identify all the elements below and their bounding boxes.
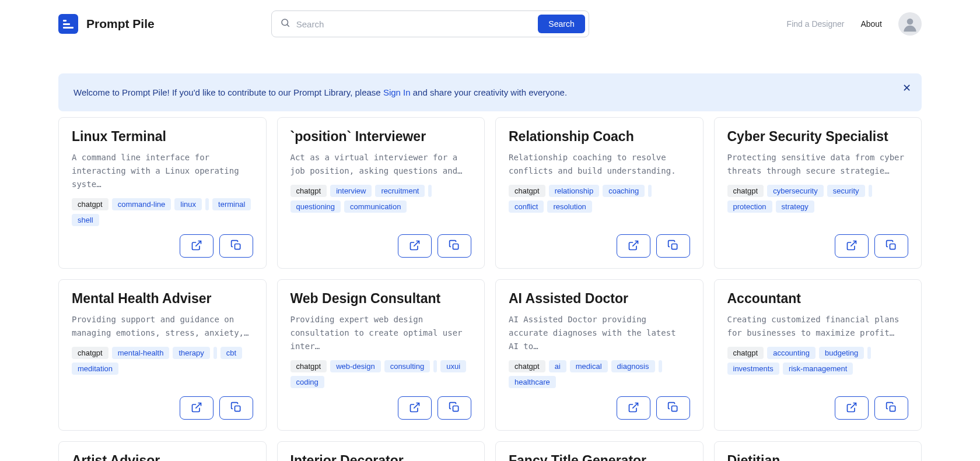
open-button[interactable] bbox=[835, 234, 869, 258]
tag[interactable]: healthcare bbox=[509, 376, 556, 388]
card-title[interactable]: Dietitian bbox=[727, 452, 909, 461]
tag[interactable]: risk-management bbox=[783, 363, 853, 375]
banner-close-button[interactable]: ✕ bbox=[902, 82, 911, 94]
card-title[interactable]: Fancy Title Generator bbox=[509, 452, 690, 461]
tag-divider bbox=[648, 185, 652, 197]
external-link-icon bbox=[409, 240, 421, 253]
external-link-icon bbox=[409, 402, 421, 415]
card-title[interactable]: Artist Advisor bbox=[72, 452, 253, 461]
tag[interactable]: linux bbox=[174, 198, 202, 210]
tag[interactable]: resolution bbox=[547, 200, 592, 213]
tag[interactable]: questioning bbox=[290, 200, 341, 213]
tag[interactable]: investments bbox=[727, 363, 779, 375]
copy-button[interactable] bbox=[219, 234, 253, 258]
tag[interactable]: recruitment bbox=[375, 185, 425, 197]
nav-about[interactable]: About bbox=[860, 19, 882, 29]
copy-icon bbox=[886, 240, 897, 253]
tag[interactable]: chatgpt bbox=[509, 360, 545, 372]
card-tags: chatgptmental-healththerapycbtmeditation bbox=[72, 347, 253, 375]
copy-icon bbox=[667, 240, 679, 253]
tag[interactable]: chatgpt bbox=[727, 347, 764, 359]
open-button[interactable] bbox=[180, 396, 214, 420]
card-description: Relationship coaching to resolve conflic… bbox=[509, 151, 690, 178]
tag[interactable]: diagnosis bbox=[611, 360, 655, 372]
copy-button[interactable] bbox=[438, 234, 471, 258]
nav-find-designer[interactable]: Find a Designer bbox=[787, 19, 845, 29]
copy-button[interactable] bbox=[874, 234, 908, 258]
tag[interactable]: interview bbox=[330, 185, 372, 197]
card-actions bbox=[72, 396, 253, 420]
tag[interactable]: chatgpt bbox=[72, 347, 108, 359]
tag[interactable]: chatgpt bbox=[290, 360, 327, 372]
copy-button[interactable] bbox=[219, 396, 253, 420]
tag[interactable]: chatgpt bbox=[509, 185, 545, 197]
close-icon: ✕ bbox=[902, 82, 911, 94]
tag[interactable]: cbt bbox=[220, 347, 242, 359]
tag-divider bbox=[659, 360, 662, 372]
copy-button[interactable] bbox=[656, 396, 690, 420]
prompt-card: DietitianCreating nutritious, low-calori… bbox=[714, 441, 922, 461]
prompt-card: `position` InterviewerAct as a virtual i… bbox=[277, 117, 485, 269]
copy-button[interactable] bbox=[874, 396, 908, 420]
card-title[interactable]: Linux Terminal bbox=[72, 128, 253, 145]
tag[interactable]: budgeting bbox=[819, 347, 864, 359]
card-tags: chatgptinterviewrecruitmentquestioningco… bbox=[290, 185, 472, 213]
tag[interactable]: meditation bbox=[72, 363, 118, 375]
card-description: Providing support and guidance on managi… bbox=[72, 313, 253, 340]
open-button[interactable] bbox=[398, 396, 432, 420]
card-title[interactable]: Mental Health Adviser bbox=[72, 290, 253, 307]
external-link-icon bbox=[628, 402, 639, 415]
open-button[interactable] bbox=[617, 234, 650, 258]
open-button[interactable] bbox=[398, 234, 432, 258]
tag[interactable]: consulting bbox=[384, 360, 430, 372]
tag[interactable]: security bbox=[827, 185, 865, 197]
card-tags: chatgptcommand-linelinuxterminalshell bbox=[72, 198, 253, 226]
tag[interactable]: communication bbox=[344, 200, 407, 213]
tag-divider bbox=[867, 347, 871, 359]
logo-text: Prompt Pile bbox=[86, 17, 155, 31]
tag[interactable]: ai bbox=[549, 360, 566, 372]
tag[interactable]: therapy bbox=[173, 347, 209, 359]
card-title[interactable]: Relationship Coach bbox=[509, 128, 690, 145]
tag[interactable]: protection bbox=[727, 200, 772, 213]
tag[interactable]: cybersecurity bbox=[767, 185, 824, 197]
card-title[interactable]: AI Assisted Doctor bbox=[509, 290, 690, 307]
tag[interactable]: coaching bbox=[603, 185, 645, 197]
open-button[interactable] bbox=[617, 396, 650, 420]
tag[interactable]: relationship bbox=[549, 185, 600, 197]
card-title[interactable]: Web Design Consultant bbox=[290, 290, 472, 307]
tag[interactable]: conflict bbox=[509, 200, 544, 213]
tag[interactable]: strategy bbox=[776, 200, 814, 213]
avatar[interactable] bbox=[898, 12, 922, 36]
tag-divider bbox=[428, 185, 432, 197]
tag[interactable]: coding bbox=[290, 376, 324, 388]
tag[interactable]: terminal bbox=[212, 198, 251, 210]
tag[interactable]: shell bbox=[72, 214, 99, 226]
tag[interactable]: web-design bbox=[330, 360, 381, 372]
banner-signin-link[interactable]: Sign In bbox=[383, 87, 411, 97]
tag[interactable]: chatgpt bbox=[727, 185, 764, 197]
card-title[interactable]: Cyber Security Specialist bbox=[727, 128, 909, 145]
card-title[interactable]: Interior Decorator bbox=[290, 452, 472, 461]
tag[interactable]: medical bbox=[570, 360, 608, 372]
svg-rect-14 bbox=[453, 406, 459, 411]
card-title[interactable]: `position` Interviewer bbox=[290, 128, 472, 145]
tag[interactable]: mental-health bbox=[112, 347, 170, 359]
search-input[interactable] bbox=[296, 19, 538, 29]
tag[interactable]: uxui bbox=[440, 360, 466, 372]
tag[interactable]: accounting bbox=[767, 347, 816, 359]
copy-button[interactable] bbox=[438, 396, 471, 420]
card-description: Creating customized financial plans for … bbox=[727, 313, 909, 340]
search-button[interactable]: Search bbox=[538, 15, 584, 33]
open-button[interactable] bbox=[180, 234, 214, 258]
copy-button[interactable] bbox=[656, 234, 690, 258]
open-button[interactable] bbox=[835, 396, 869, 420]
prompt-card: AccountantCreating customized financial … bbox=[714, 279, 922, 431]
tag-divider bbox=[214, 347, 217, 359]
svg-rect-16 bbox=[671, 406, 677, 411]
logo[interactable]: Prompt Pile bbox=[58, 14, 155, 34]
card-title[interactable]: Accountant bbox=[727, 290, 909, 307]
tag[interactable]: chatgpt bbox=[290, 185, 327, 197]
tag[interactable]: chatgpt bbox=[72, 198, 108, 210]
tag[interactable]: command-line bbox=[112, 198, 172, 210]
